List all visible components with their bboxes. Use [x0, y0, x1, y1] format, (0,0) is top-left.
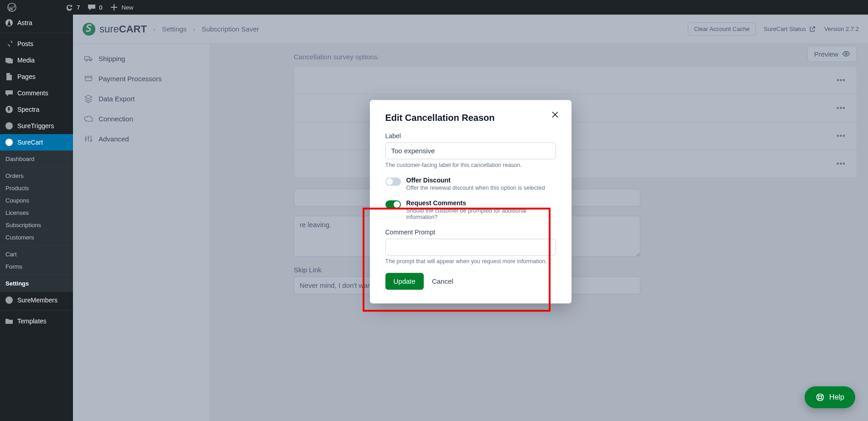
svg-point-4 [5, 139, 13, 146]
svg-point-16 [819, 396, 822, 399]
modal-title: Edit Cancellation Reason [385, 113, 556, 123]
request-comments-desc: Should the customer be prompted for addi… [406, 208, 556, 220]
sub-cart[interactable]: Cart [0, 248, 73, 260]
comment-icon [5, 88, 14, 98]
offer-discount-title: Offer Discount [406, 177, 545, 184]
comment-icon [87, 3, 96, 12]
wp-logo[interactable] [4, 3, 20, 12]
wp-admin-sidebar: Astra Posts Media Pages Comments Spectra… [0, 15, 73, 421]
label-input[interactable] [385, 142, 556, 159]
comment-prompt-label: Comment Prompt [385, 229, 556, 236]
plus-icon [109, 3, 119, 12]
cancel-button[interactable]: Cancel [432, 277, 453, 285]
sub-subscriptions[interactable]: Subscriptions [0, 219, 73, 231]
sub-customers[interactable]: Customers [0, 231, 73, 244]
close-button[interactable] [551, 110, 560, 121]
menu-templates[interactable]: Templates [0, 313, 73, 329]
label-field-label: Label [385, 132, 556, 140]
svg-point-3 [5, 122, 13, 130]
sub-settings[interactable]: Settings [0, 277, 73, 290]
menu-suremembers[interactable]: SureMembers [0, 292, 73, 308]
menu-pages[interactable]: Pages [0, 68, 73, 85]
page-icon [5, 72, 14, 81]
sub-products[interactable]: Products [0, 182, 73, 194]
updates-count: 7 [77, 4, 80, 11]
offer-discount-toggle[interactable] [385, 177, 401, 186]
refresh-icon [65, 3, 74, 12]
menu-surecart[interactable]: SureCart [0, 134, 73, 151]
wp-adminbar: 7 0 New [0, 0, 868, 15]
help-bubble[interactable]: Help [805, 386, 855, 408]
media-icon [5, 56, 14, 65]
svg-point-5 [5, 296, 13, 304]
lifebuoy-icon [816, 393, 825, 402]
suremembers-icon [5, 296, 14, 305]
label-help: The customer-facing label for this cance… [385, 162, 556, 168]
surecart-icon [5, 138, 14, 147]
menu-comments[interactable]: Comments [0, 85, 73, 101]
edit-reason-modal: Edit Cancellation Reason Label The custo… [370, 100, 572, 303]
comment-prompt-input[interactable] [385, 239, 556, 255]
request-comments-title: Request Comments [406, 199, 556, 207]
spectra-icon [5, 105, 14, 114]
new-label: New [121, 4, 133, 11]
update-button[interactable]: Update [385, 273, 424, 290]
request-comments-toggle[interactable] [385, 200, 401, 208]
menu-posts[interactable]: Posts [0, 36, 73, 52]
offer-discount-desc: Offer the rewewal discount when this opt… [406, 185, 545, 191]
sub-coupons[interactable]: Coupons [0, 194, 73, 207]
wordpress-icon [7, 3, 16, 12]
folder-icon [5, 317, 14, 326]
main-area: sureCART › Settings › Subscription Saver… [73, 15, 868, 421]
comments-count: 0 [99, 4, 102, 11]
close-icon [551, 110, 560, 119]
sub-orders[interactable]: Orders [0, 170, 73, 182]
menu-media[interactable]: Media [0, 52, 73, 68]
sub-forms[interactable]: Forms [0, 260, 73, 273]
menu-astra[interactable]: Astra [0, 15, 73, 31]
menu-suretriggers[interactable]: SureTriggers [0, 118, 73, 134]
comment-prompt-help: The prompt that will appear when you req… [385, 258, 556, 265]
surecart-submenu: Dashboard Orders Products Coupons Licens… [0, 151, 73, 292]
sub-licenses[interactable]: Licenses [0, 207, 73, 219]
updates-indicator[interactable]: 7 [61, 3, 83, 12]
new-content[interactable]: New [106, 3, 137, 12]
menu-spectra[interactable]: Spectra [0, 101, 73, 118]
sub-dashboard[interactable]: Dashboard [0, 153, 73, 165]
comments-indicator[interactable]: 0 [83, 3, 106, 12]
suretriggers-icon [5, 121, 14, 130]
astra-icon [5, 18, 14, 27]
pin-icon [5, 39, 14, 48]
